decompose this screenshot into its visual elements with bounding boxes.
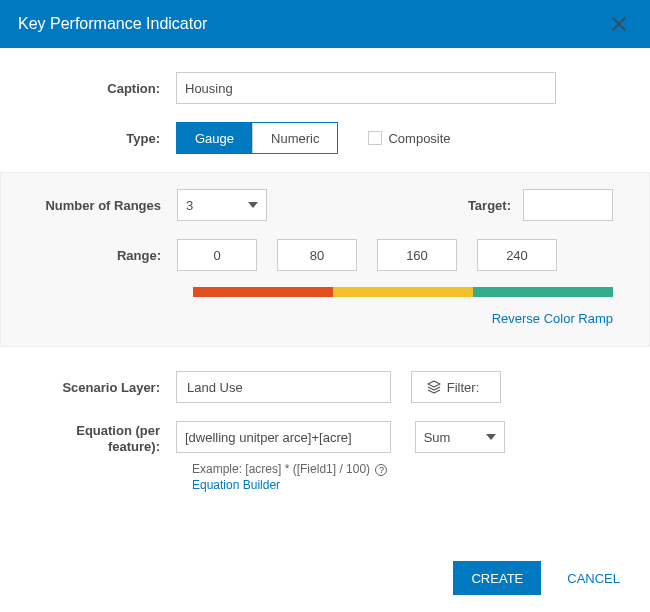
type-label: Type: xyxy=(36,131,176,146)
caption-label: Caption: xyxy=(36,81,176,96)
ramp-segment-2 xyxy=(473,287,613,297)
ranges-panel: Number of Ranges 3 Target: Range: Revers… xyxy=(0,172,650,347)
ranges-top-row: Number of Ranges 3 Target: xyxy=(37,189,613,221)
composite-checkbox-row[interactable]: Composite xyxy=(368,131,450,146)
filter-label: Filter: xyxy=(447,380,480,395)
type-toggle-group: Gauge Numeric xyxy=(176,122,338,154)
equation-example-text: [acres] * ([Field1] / 100) xyxy=(245,462,370,476)
reverse-color-ramp-link[interactable]: Reverse Color Ramp xyxy=(37,311,613,326)
range-input-0[interactable] xyxy=(177,239,257,271)
equation-input[interactable] xyxy=(176,421,391,453)
cancel-button[interactable]: CANCEL xyxy=(561,570,626,587)
color-ramp xyxy=(193,287,613,297)
number-of-ranges-value: 3 xyxy=(186,198,193,213)
type-gauge-button[interactable]: Gauge xyxy=(177,123,252,153)
dialog-footer: CREATE CANCEL xyxy=(0,544,650,612)
close-button[interactable] xyxy=(606,12,632,37)
ramp-segment-1 xyxy=(333,287,473,297)
scenario-layer-value: Land Use xyxy=(187,380,243,395)
scenario-layer-label: Scenario Layer: xyxy=(36,380,176,395)
range-values-row: Range: xyxy=(37,239,613,271)
target-input[interactable] xyxy=(523,189,613,221)
type-numeric-button[interactable]: Numeric xyxy=(252,123,337,153)
equation-builder-link[interactable]: Equation Builder xyxy=(192,478,280,492)
range-inputs xyxy=(177,239,613,271)
aggregate-value: Sum xyxy=(424,430,451,445)
number-of-ranges-select[interactable]: 3 xyxy=(177,189,267,221)
type-row: Type: Gauge Numeric Composite xyxy=(36,122,614,154)
range-label: Range: xyxy=(37,248,177,263)
chevron-down-icon xyxy=(248,202,258,208)
filter-button[interactable]: Filter: xyxy=(411,371,501,403)
chevron-down-icon xyxy=(486,434,496,440)
equation-row: Equation (per feature): Sum xyxy=(36,421,614,455)
composite-checkbox[interactable] xyxy=(368,131,382,145)
number-of-ranges-label: Number of Ranges xyxy=(37,198,177,213)
composite-label: Composite xyxy=(388,131,450,146)
range-input-1[interactable] xyxy=(277,239,357,271)
scenario-layer-select[interactable]: Land Use xyxy=(176,371,391,403)
caption-row: Caption: xyxy=(36,72,614,104)
range-input-3[interactable] xyxy=(477,239,557,271)
equation-example-prefix: Example: xyxy=(192,462,245,476)
aggregate-select[interactable]: Sum xyxy=(415,421,505,453)
scenario-layer-row: Scenario Layer: Land Use Filter: xyxy=(36,371,614,403)
equation-help: Example: [acres] * ([Field1] / 100) ? Eq… xyxy=(192,461,614,493)
ramp-segment-0 xyxy=(193,287,333,297)
close-icon xyxy=(612,13,626,35)
range-input-2[interactable] xyxy=(377,239,457,271)
target-label: Target: xyxy=(468,198,523,213)
dialog-body: Caption: Type: Gauge Numeric Composite N… xyxy=(0,48,650,544)
create-button[interactable]: CREATE xyxy=(453,561,541,595)
layers-icon xyxy=(427,380,441,394)
caption-input[interactable] xyxy=(176,72,556,104)
dialog-header: Key Performance Indicator xyxy=(0,0,650,48)
help-icon[interactable]: ? xyxy=(375,464,387,476)
dialog-title: Key Performance Indicator xyxy=(18,15,207,33)
equation-label: Equation (per feature): xyxy=(36,421,176,455)
